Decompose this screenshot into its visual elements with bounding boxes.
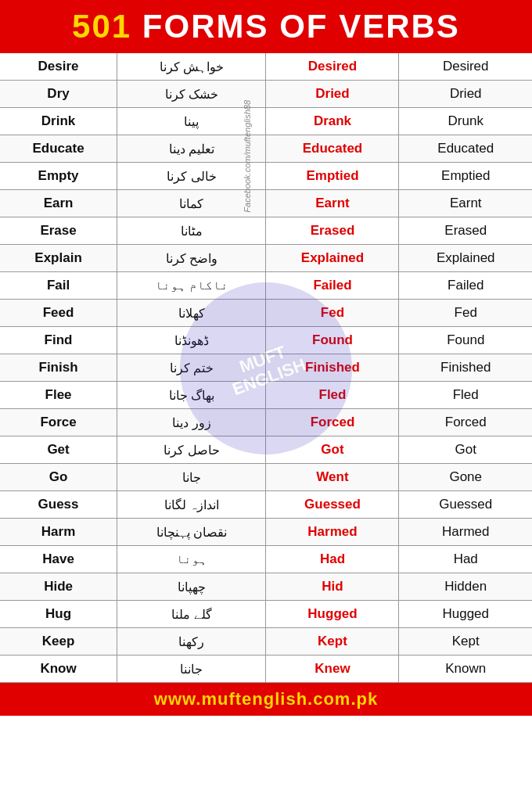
- past-participle-cell: Fed: [399, 300, 532, 327]
- footer-url: www.muftenglish.com.pk: [154, 689, 378, 709]
- table-row: Desireخواہش کرناDesiredDesired: [0, 53, 532, 81]
- base-form-cell: Go: [0, 464, 117, 491]
- past-participle-cell: Emptied: [399, 163, 532, 190]
- past-simple-cell: Fled: [266, 382, 399, 409]
- urdu-cell: بھاگ جانا: [117, 382, 266, 409]
- past-participle-cell: Had: [399, 546, 532, 573]
- past-participle-cell: Hugged: [399, 601, 532, 628]
- past-simple-cell: Harmed: [266, 519, 399, 546]
- base-form-cell: Empty: [0, 163, 117, 190]
- past-participle-cell: Gone: [399, 464, 532, 491]
- urdu-cell: گلے ملنا: [117, 601, 266, 628]
- past-simple-cell: Forced: [266, 409, 399, 436]
- past-participle-cell: Desired: [399, 53, 532, 81]
- past-participle-cell: Drunk: [399, 108, 532, 135]
- past-simple-cell: Educated: [266, 135, 399, 163]
- urdu-cell: جاننا: [117, 656, 266, 683]
- past-simple-cell: Found: [266, 327, 399, 354]
- urdu-cell: خالی کرنا: [117, 163, 266, 190]
- past-simple-cell: Emptied: [266, 163, 399, 190]
- table-row: Finishختم کرناFinishedFinished: [0, 354, 532, 382]
- base-form-cell: Fail: [0, 272, 117, 300]
- past-participle-cell: Educated: [399, 135, 532, 163]
- past-participle-cell: Got: [399, 436, 532, 464]
- table-row: Hugگلے ملناHuggedHugged: [0, 601, 532, 628]
- table-row: HaveہوناHadHad: [0, 546, 532, 573]
- table-container: MUFT ENGLISH Facebook.com/muftenglish88 …: [0, 53, 532, 683]
- urdu-cell: نقصان پہنچانا: [117, 519, 266, 546]
- urdu-cell: ڈھونڈنا: [117, 327, 266, 354]
- past-simple-cell: Hid: [266, 573, 399, 601]
- base-form-cell: Erase: [0, 217, 117, 245]
- past-simple-cell: Failed: [266, 272, 399, 300]
- past-simple-cell: Went: [266, 464, 399, 491]
- urdu-cell: زور دینا: [117, 409, 266, 436]
- urdu-cell: مٹانا: [117, 217, 266, 245]
- table-row: Explainواضح کرناExplainedExplained: [0, 245, 532, 272]
- base-form-cell: Desire: [0, 53, 117, 81]
- past-simple-cell: Fed: [266, 300, 399, 327]
- base-form-cell: Flee: [0, 382, 117, 409]
- table-row: Educateتعلیم دیناEducatedEducated: [0, 135, 532, 163]
- base-form-cell: Feed: [0, 300, 117, 327]
- header-number: 501: [72, 8, 131, 45]
- table-row: Failناکام ہوناFailedFailed: [0, 272, 532, 300]
- base-form-cell: Hide: [0, 573, 117, 601]
- past-participle-cell: Guessed: [399, 491, 532, 519]
- urdu-cell: جانا: [117, 464, 266, 491]
- urdu-cell: خواہش کرنا: [117, 53, 266, 81]
- table-row: DrinkپیناDrankDrunk: [0, 108, 532, 135]
- table-row: HideچھپاناHidHidden: [0, 573, 532, 601]
- base-form-cell: Drink: [0, 108, 117, 135]
- past-simple-cell: Desired: [266, 53, 399, 81]
- past-simple-cell: Erased: [266, 217, 399, 245]
- table-row: EarnکماناEarntEarnt: [0, 190, 532, 217]
- past-participle-cell: Fled: [399, 382, 532, 409]
- past-participle-cell: Hidden: [399, 573, 532, 601]
- verbs-table: Desireخواہش کرناDesiredDesiredDryخشک کرن…: [0, 53, 532, 683]
- base-form-cell: Find: [0, 327, 117, 354]
- base-form-cell: Educate: [0, 135, 117, 163]
- base-form-cell: Explain: [0, 245, 117, 272]
- table-row: KnowجانناKnewKnown: [0, 656, 532, 683]
- past-simple-cell: Dried: [266, 81, 399, 108]
- past-participle-cell: Harmed: [399, 519, 532, 546]
- past-simple-cell: Earnt: [266, 190, 399, 217]
- past-participle-cell: Known: [399, 656, 532, 683]
- table-row: Dryخشک کرناDriedDried: [0, 81, 532, 108]
- past-participle-cell: Kept: [399, 628, 532, 656]
- urdu-cell: رکھنا: [117, 628, 266, 656]
- past-simple-cell: Knew: [266, 656, 399, 683]
- table-row: Getحاصل کرناGotGot: [0, 436, 532, 464]
- base-form-cell: Guess: [0, 491, 117, 519]
- past-simple-cell: Drank: [266, 108, 399, 135]
- past-participle-cell: Erased: [399, 217, 532, 245]
- past-simple-cell: Kept: [266, 628, 399, 656]
- urdu-cell: ناکام ہونا: [117, 272, 266, 300]
- urdu-cell: کمانا: [117, 190, 266, 217]
- base-form-cell: Get: [0, 436, 117, 464]
- base-form-cell: Have: [0, 546, 117, 573]
- base-form-cell: Hug: [0, 601, 117, 628]
- past-participle-cell: Explained: [399, 245, 532, 272]
- urdu-cell: کھلانا: [117, 300, 266, 327]
- past-participle-cell: Finished: [399, 354, 532, 382]
- urdu-cell: ختم کرنا: [117, 354, 266, 382]
- header-title: FORMS OF VERBS: [142, 8, 460, 45]
- table-row: GoجاناWentGone: [0, 464, 532, 491]
- urdu-cell: چھپانا: [117, 573, 266, 601]
- base-form-cell: Finish: [0, 354, 117, 382]
- past-participle-cell: Failed: [399, 272, 532, 300]
- past-simple-cell: Finished: [266, 354, 399, 382]
- table-row: KeepرکھناKeptKept: [0, 628, 532, 656]
- base-form-cell: Know: [0, 656, 117, 683]
- table-row: Fleeبھاگ جاناFledFled: [0, 382, 532, 409]
- past-participle-cell: Found: [399, 327, 532, 354]
- base-form-cell: Keep: [0, 628, 117, 656]
- base-form-cell: Earn: [0, 190, 117, 217]
- past-simple-cell: Guessed: [266, 491, 399, 519]
- table-row: FeedکھلاناFedFed: [0, 300, 532, 327]
- urdu-cell: پینا: [117, 108, 266, 135]
- table-row: Harmنقصان پہنچاناHarmedHarmed: [0, 519, 532, 546]
- past-simple-cell: Had: [266, 546, 399, 573]
